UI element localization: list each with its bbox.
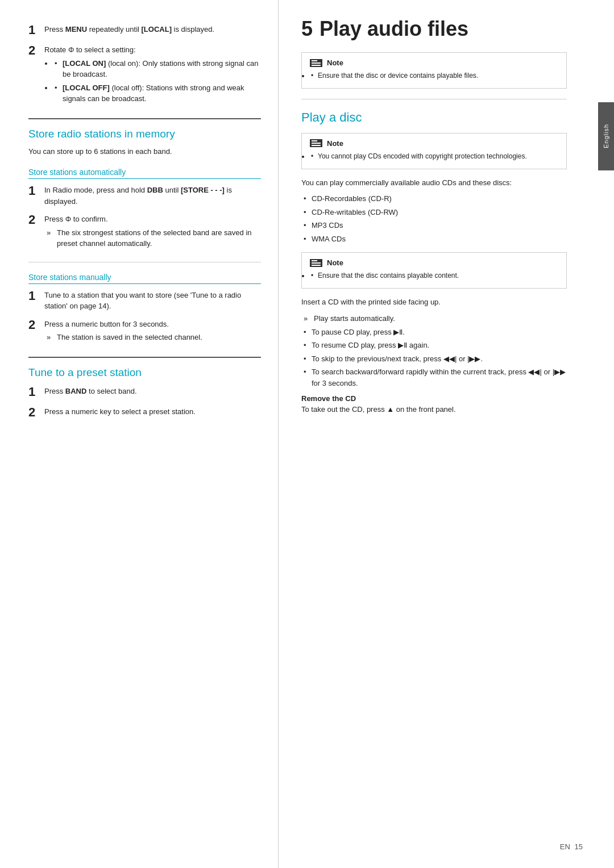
- chapter-heading: 5 Play audio files: [301, 17, 567, 41]
- store-manual-result-list: The station is saved in the selected cha…: [44, 332, 261, 343]
- local-off-bracket: [LOCAL OFF]: [63, 84, 110, 92]
- local-bracket: [LOCAL]: [142, 25, 172, 34]
- note-header-1: Note: [310, 59, 558, 67]
- store-manual-step2: 2 Press a numeric button for 3 seconds. …: [28, 318, 261, 345]
- store-bracket: [STORE - - -]: [181, 186, 225, 194]
- chapter-title: Play audio files: [320, 17, 468, 41]
- store-auto-section: Store stations automatically 1 In Radio …: [28, 168, 261, 252]
- tune-step1: 1 Press BAND to select band.: [28, 385, 261, 399]
- note-bullet-1: Ensure that the disc or device contains …: [310, 70, 558, 81]
- disc-type-3: WMA CDs: [301, 233, 567, 245]
- play-disc-heading: Play a disc: [301, 110, 567, 126]
- side-tab: English: [598, 102, 614, 170]
- note-content-2: You cannot play CDs encoded with copyrig…: [310, 151, 558, 161]
- divider-play-disc: [301, 99, 567, 99]
- step-1-content: Press MENU repeatedly until [LOCAL] is d…: [44, 23, 261, 35]
- disc-types-list: CD-Recordables (CD-R) CD-Re-writables (C…: [301, 193, 567, 244]
- local-on-item: [LOCAL ON] (local on): Only stations wit…: [53, 58, 261, 80]
- tune-num1: 1: [28, 385, 44, 399]
- disc-type-1: CD-Re-writables (CD-RW): [301, 207, 567, 218]
- tune-step2: 2 Press a numeric key to select a preset…: [28, 405, 261, 420]
- store-manual-num1: 1: [28, 289, 44, 303]
- disc-type-2: MP3 CDs: [301, 220, 567, 231]
- remove-cd-text: To take out the CD, press ▲ on the front…: [301, 404, 567, 416]
- step-1-local: 1 Press MENU repeatedly until [LOCAL] is…: [28, 23, 261, 37]
- divider-auto-manual: [28, 262, 261, 262]
- tune-num2: 2: [28, 405, 44, 420]
- bullet-resume: To resume CD play, press ▶Ⅱ again.: [301, 340, 567, 351]
- note-label-1: Note: [327, 59, 343, 67]
- note-box-1: Note Ensure that the disc or device cont…: [301, 52, 567, 89]
- play-auto-list: Play starts automatically.: [301, 313, 567, 324]
- step-2-local: 2 Rotate Φ to select a setting: [LOCAL O…: [28, 43, 261, 107]
- note-icon-2: [310, 139, 322, 147]
- step-2-content: Rotate Φ to select a setting: [LOCAL ON]…: [44, 43, 261, 107]
- store-manual-num2: 2: [28, 318, 44, 332]
- page-num-label: 15: [575, 842, 583, 851]
- remove-cd-block: Remove the CD To take out the CD, press …: [301, 394, 567, 416]
- store-manual-content2: Press a numeric button for 3 seconds. Th…: [44, 318, 261, 345]
- step-num-2: 2: [28, 43, 44, 58]
- store-manual-section: Store stations manually 1 Tune to a stat…: [28, 273, 261, 345]
- page-footer: EN 15: [560, 842, 583, 851]
- note-content-1: Ensure that the disc or device contains …: [310, 70, 558, 81]
- chapter-num: 5: [301, 17, 313, 41]
- band-bold: BAND: [65, 387, 87, 395]
- remove-cd-heading: Remove the CD: [301, 394, 567, 403]
- store-auto-result: The six strongest stations of the select…: [44, 227, 261, 249]
- tune-preset-heading: Tune to a preset station: [28, 366, 261, 380]
- right-column: 5 Play audio files Note Ensure that the …: [279, 0, 598, 868]
- menu-bold: MENU: [65, 25, 87, 34]
- step-num-1: 1: [28, 23, 44, 37]
- note-box-3: Note Ensure that the disc contains playa…: [301, 252, 567, 289]
- store-manual-result: The station is saved in the selected cha…: [44, 332, 261, 343]
- note-icon-1: [310, 59, 322, 67]
- store-divider: [28, 118, 261, 119]
- insert-cd-para: Insert a CD with the printed side facing…: [301, 297, 567, 308]
- note-header-2: Note: [310, 139, 558, 148]
- store-intro: You can store up to 6 stations in each b…: [28, 146, 261, 158]
- tune-preset-section: Tune to a preset station 1 Press BAND to…: [28, 366, 261, 420]
- store-auto-result-list: The six strongest stations of the select…: [44, 227, 261, 249]
- note-icon-3: [310, 259, 322, 267]
- store-auto-num2: 2: [28, 212, 44, 227]
- playback-bullets: To pause CD play, press ▶Ⅱ. To resume CD…: [301, 327, 567, 389]
- dbb-bold: DBB: [147, 186, 163, 194]
- tune-content2: Press a numeric key to select a preset s…: [44, 405, 261, 418]
- store-manual-heading: Store stations manually: [28, 273, 261, 284]
- disc-intro: You can play commercially available audi…: [301, 177, 567, 189]
- bullet-pause: To pause CD play, press ▶Ⅱ.: [301, 327, 567, 338]
- note-content-3: Ensure that the disc contains playable c…: [310, 270, 558, 281]
- tune-divider: [28, 357, 261, 358]
- local-off-item: [LOCAL OFF] (local off): Stations with s…: [53, 82, 261, 105]
- bullet-search: To search backward/forward rapidly withi…: [301, 366, 567, 389]
- local-on-bracket: [LOCAL ON]: [63, 59, 106, 68]
- local-options-list: [LOCAL ON] (local on): Only stations wit…: [53, 58, 261, 105]
- store-auto-step1: 1 In Radio mode, press and hold DBB unti…: [28, 183, 261, 207]
- left-column: 1 Press MENU repeatedly until [LOCAL] is…: [0, 0, 279, 868]
- note-bullet-2: You cannot play CDs encoded with copyrig…: [310, 151, 558, 161]
- note-label-3: Note: [327, 258, 343, 267]
- note-header-3: Note: [310, 258, 558, 267]
- tune-content1: Press BAND to select band.: [44, 385, 261, 397]
- bullet-skip: To skip to the previous/next track, pres…: [301, 353, 567, 365]
- page-lang-label: EN: [560, 842, 570, 851]
- side-tab-label: English: [603, 124, 609, 148]
- note-box-2: Note You cannot play CDs encoded with co…: [301, 133, 567, 169]
- note-label-2: Note: [327, 139, 343, 148]
- store-auto-step2: 2 Press Φ to confirm. The six strongest …: [28, 212, 261, 252]
- store-section: Store radio stations in memory You can s…: [28, 127, 261, 157]
- store-auto-heading: Store stations automatically: [28, 168, 261, 179]
- disc-type-0: CD-Recordables (CD-R): [301, 193, 567, 205]
- store-auto-content1: In Radio mode, press and hold DBB until …: [44, 183, 261, 207]
- store-heading: Store radio stations in memory: [28, 127, 261, 141]
- store-auto-num1: 1: [28, 183, 44, 198]
- store-auto-content2: Press Φ to confirm. The six strongest st…: [44, 212, 261, 252]
- store-manual-content1: Tune to a station that you want to store…: [44, 289, 261, 312]
- store-manual-step1: 1 Tune to a station that you want to sto…: [28, 289, 261, 312]
- play-auto-item: Play starts automatically.: [301, 313, 567, 324]
- note-bullet-3: Ensure that the disc contains playable c…: [310, 270, 558, 281]
